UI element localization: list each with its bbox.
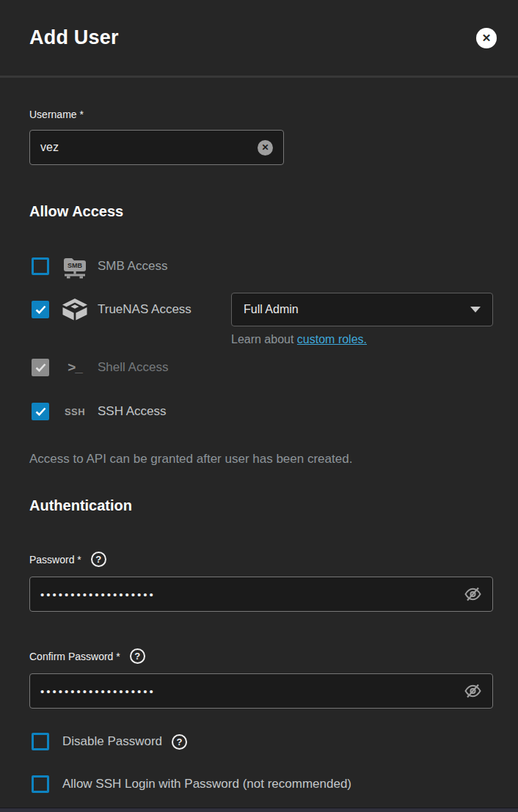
username-value: vez <box>40 141 258 154</box>
truenas-access-checkbox[interactable] <box>32 301 49 318</box>
confirm-password-label-row: Confirm Password * ? <box>29 648 493 664</box>
api-note: Access to API can be granted after user … <box>29 452 493 467</box>
dialog-body: Username * vez ✕ Allow Access SMB SMB Ac… <box>0 109 518 793</box>
shell-prompt-icon: >_ <box>61 359 89 376</box>
disable-password-checkbox[interactable] <box>32 733 49 750</box>
password-label: Password * <box>29 554 81 566</box>
ssh-access-label: SSH Access <box>98 404 167 419</box>
ssh-access-checkbox[interactable] <box>32 403 49 420</box>
shell-access-label: Shell Access <box>98 360 168 375</box>
smb-share-icon: SMB <box>61 255 89 279</box>
close-icon[interactable]: ✕ <box>476 28 497 48</box>
smb-access-label: SMB Access <box>98 259 167 274</box>
page-title: Add User <box>29 26 119 49</box>
truenas-role-column: Full Admin Learn about custom roles. <box>231 293 493 346</box>
allow-ssh-login-row: Allow SSH Login with Password (not recom… <box>32 775 493 793</box>
allow-ssh-login-label: Allow SSH Login with Password (not recom… <box>62 777 351 791</box>
confirm-password-input[interactable]: ••••••••••••••••••• <box>29 673 493 709</box>
role-select-value: Full Admin <box>244 303 299 316</box>
custom-roles-link[interactable]: custom roles. <box>297 333 367 345</box>
shell-access-checkbox <box>32 359 49 376</box>
truenas-access-left: TrueNAS Access <box>32 293 231 326</box>
roles-hint: Learn about custom roles. <box>231 333 493 346</box>
eye-off-icon[interactable] <box>464 585 482 603</box>
truenas-logo-icon <box>61 298 89 321</box>
password-input[interactable]: ••••••••••••••••••• <box>29 577 493 612</box>
disable-password-label: Disable Password <box>62 734 162 749</box>
smb-access-row: SMB SMB Access <box>32 249 493 283</box>
smb-access-checkbox[interactable] <box>32 257 49 275</box>
roles-hint-text: Learn about <box>231 333 297 345</box>
help-icon[interactable]: ? <box>172 734 187 750</box>
confirm-password-value: ••••••••••••••••••• <box>40 685 464 698</box>
help-icon[interactable]: ? <box>91 552 106 567</box>
username-label: Username * <box>29 109 493 120</box>
password-value: ••••••••••••••••••• <box>40 588 464 601</box>
dialog-header: Add User ✕ <box>0 0 518 78</box>
role-select[interactable]: Full Admin <box>231 293 493 326</box>
username-input[interactable]: vez ✕ <box>29 130 284 165</box>
chevron-down-icon <box>470 307 481 312</box>
eye-off-icon[interactable] <box>464 682 482 700</box>
ssh-icon: SSH <box>61 406 89 417</box>
shell-access-row: >_ Shell Access <box>32 351 493 384</box>
allow-access-heading: Allow Access <box>29 203 493 220</box>
username-field-group: Username * vez ✕ <box>29 109 493 165</box>
allow-ssh-login-checkbox[interactable] <box>32 775 49 793</box>
truenas-access-label: TrueNAS Access <box>98 302 191 317</box>
confirm-password-label: Confirm Password * <box>29 651 120 662</box>
bottom-edge <box>0 808 518 812</box>
svg-text:SMB: SMB <box>68 262 83 269</box>
truenas-access-row: TrueNAS Access Full Admin Learn about cu… <box>32 293 493 346</box>
disable-password-row: Disable Password ? <box>32 733 493 750</box>
ssh-access-row: SSH SSH Access <box>32 395 493 428</box>
help-icon[interactable]: ? <box>130 648 145 664</box>
password-label-row: Password * ? <box>29 552 493 567</box>
clear-icon[interactable]: ✕ <box>258 140 273 156</box>
authentication-heading: Authentication <box>29 497 493 514</box>
